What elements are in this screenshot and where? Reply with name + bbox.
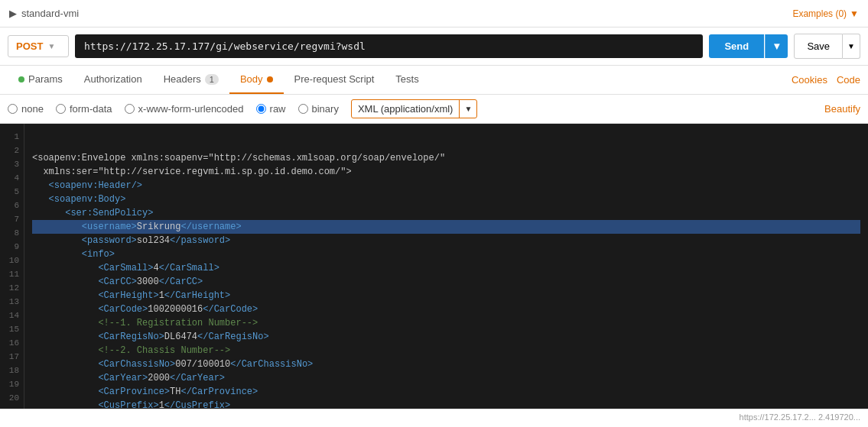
examples-label: Examples (0): [792, 8, 847, 19]
xml-type-selector[interactable]: XML (application/xml) ▼: [351, 99, 477, 118]
body-dot: [267, 76, 273, 82]
code-editor[interactable]: 1234567891011121314151617181920212223242…: [0, 124, 868, 409]
option-form-data[interactable]: form-data: [56, 103, 112, 115]
raw-label: raw: [270, 103, 286, 115]
method-select[interactable]: POST ▼: [8, 35, 69, 57]
send-group: Send ▼: [709, 34, 788, 58]
url-input[interactable]: [75, 34, 703, 58]
send-dropdown-button[interactable]: ▼: [765, 34, 788, 58]
method-caret-icon: ▼: [47, 42, 55, 50]
beautify-button[interactable]: Beautify: [824, 103, 860, 115]
status-bar: https://172.25.17.2... 2.419720...: [0, 409, 868, 427]
status-text: https://172.25.17.2... 2.419720...: [740, 412, 860, 424]
cookies-link[interactable]: Cookies: [792, 74, 827, 86]
tab-headers[interactable]: Headers 1: [153, 66, 229, 94]
option-binary[interactable]: binary: [298, 103, 339, 115]
tab-params[interactable]: Params: [8, 66, 73, 94]
tab-authorization[interactable]: Authorization: [73, 66, 153, 94]
params-dot: [18, 76, 24, 82]
url-bar: POST ▼ Send ▼ Save ▼: [0, 27, 868, 66]
tab-authorization-label: Authorization: [84, 73, 142, 85]
tab-body-label: Body: [240, 73, 263, 85]
radio-raw[interactable]: [256, 104, 266, 114]
collection-title: standard-vmi: [21, 8, 79, 19]
collection-name: ▶ standard-vmi: [9, 8, 79, 19]
examples-button[interactable]: Examples (0) ▼: [792, 8, 859, 19]
tab-prerequest[interactable]: Pre-request Script: [284, 66, 385, 94]
radio-form-data[interactable]: [56, 104, 66, 114]
urlencoded-label: x-www-form-urlencoded: [138, 103, 244, 115]
option-none[interactable]: none: [8, 103, 44, 115]
body-options: none form-data x-www-form-urlencoded raw…: [0, 95, 868, 124]
tab-body[interactable]: Body: [229, 66, 284, 94]
tab-tests-label: Tests: [395, 73, 418, 85]
none-label: none: [21, 103, 44, 115]
code-content[interactable]: <soapenv:Envelope xmlns:soapenv="http://…: [24, 124, 868, 409]
line-numbers: 1234567891011121314151617181920212223242…: [0, 124, 24, 409]
xml-type-caret-icon[interactable]: ▼: [459, 100, 476, 118]
tabs-right: Cookies Code: [792, 74, 860, 86]
tab-tests[interactable]: Tests: [385, 66, 429, 94]
save-button[interactable]: Save: [794, 34, 843, 59]
option-raw[interactable]: raw: [256, 103, 286, 115]
xml-type-label: XML (application/xml): [352, 100, 460, 118]
code-link[interactable]: Code: [837, 74, 860, 86]
binary-label: binary: [312, 103, 339, 115]
option-urlencoded[interactable]: x-www-form-urlencoded: [125, 103, 244, 115]
save-dropdown-button[interactable]: ▼: [843, 34, 860, 59]
collection-arrow: ▶: [9, 8, 17, 19]
send-button[interactable]: Send: [709, 34, 764, 58]
examples-caret-icon: ▼: [850, 8, 859, 19]
top-bar: ▶ standard-vmi Examples (0) ▼: [0, 0, 868, 27]
radio-binary[interactable]: [298, 104, 308, 114]
save-group: Save ▼: [794, 34, 860, 59]
tabs-row: Params Authorization Headers 1 Body Pre-…: [0, 66, 868, 95]
radio-urlencoded[interactable]: [125, 104, 135, 114]
tab-params-label: Params: [28, 73, 63, 85]
method-label: POST: [16, 40, 43, 52]
radio-none[interactable]: [8, 104, 18, 114]
tab-prerequest-label: Pre-request Script: [294, 73, 375, 85]
form-data-label: form-data: [70, 103, 112, 115]
main-container: ▶ standard-vmi Examples (0) ▼ POST ▼ Sen…: [0, 0, 868, 427]
tab-headers-label: Headers: [164, 73, 201, 85]
headers-badge: 1: [205, 74, 219, 85]
